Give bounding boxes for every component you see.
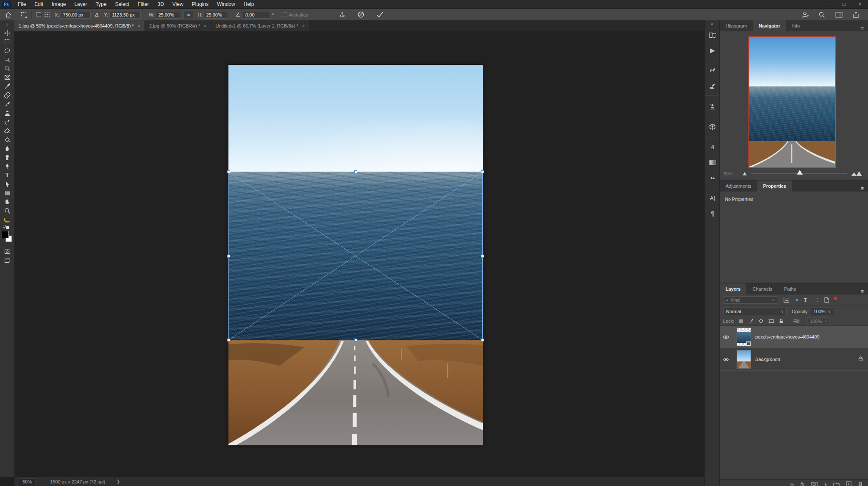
tab-channels[interactable]: Channels — [746, 283, 778, 294]
ocean-layer-image[interactable] — [228, 172, 483, 340]
menu-file[interactable]: File — [14, 0, 30, 8]
menu-plugins[interactable]: Plugins — [188, 0, 213, 8]
close-button[interactable]: × — [852, 0, 868, 8]
filter-pixel-layers-icon[interactable] — [783, 297, 790, 303]
blur-tool[interactable] — [0, 144, 14, 153]
menu-image[interactable]: Image — [47, 0, 70, 8]
clone-stamp-tool[interactable] — [0, 108, 14, 117]
toolbar-collapse-icon[interactable]: » — [0, 20, 14, 28]
link-layers-icon[interactable]: ∞ — [790, 481, 794, 486]
y-position-field[interactable]: 1123.50 px — [109, 11, 141, 19]
reference-point-locator-icon[interactable] — [45, 12, 50, 18]
new-layer-icon[interactable] — [846, 481, 851, 486]
layer-row-background[interactable]: Background — [720, 348, 868, 371]
character-panel-button[interactable]: A| — [705, 190, 720, 206]
actions-panel-button[interactable]: ▶ — [705, 43, 720, 58]
visibility-toggle[interactable] — [720, 348, 732, 371]
tab-close-icon[interactable]: × — [138, 23, 140, 28]
object-selection-tool[interactable] — [0, 55, 14, 64]
tab-properties[interactable]: Properties — [757, 181, 792, 192]
layer-name[interactable]: pexels-enrique-hoyos-4604409 — [755, 334, 820, 339]
add-mask-icon[interactable] — [811, 482, 818, 486]
eyedropper-tool[interactable] — [0, 82, 14, 91]
lock-position-icon[interactable] — [758, 318, 764, 324]
brush-tool[interactable] — [0, 100, 14, 108]
navigator-zoom-slider[interactable] — [751, 173, 847, 174]
document-tab-1[interactable]: 1.jpg @ 50% (pexels-enrique-hoyos-460440… — [14, 20, 145, 31]
dock-expand-icon[interactable]: « — [705, 20, 719, 28]
home-icon[interactable] — [3, 10, 13, 19]
cancel-transform-icon[interactable] — [356, 10, 366, 19]
lock-transparency-icon[interactable]: ▦ — [739, 318, 743, 324]
tab-adjustments[interactable]: Adjustments — [720, 181, 757, 192]
quick-mask-button[interactable] — [0, 247, 14, 256]
visibility-toggle[interactable] — [720, 326, 732, 348]
brush-settings-panel-button[interactable] — [705, 63, 720, 78]
layer-thumbnail[interactable] — [737, 328, 751, 346]
patterns-panel-button[interactable] — [705, 170, 720, 185]
tab-close-icon[interactable]: × — [302, 23, 305, 28]
panel-menu-icon[interactable]: ≡ — [860, 185, 868, 192]
menu-3d[interactable]: 3D — [153, 0, 168, 8]
filter-smart-objects-icon[interactable] — [824, 297, 829, 303]
filter-shape-layers-icon[interactable] — [812, 297, 818, 303]
document-canvas[interactable] — [228, 65, 483, 445]
3d-panel-button[interactable] — [705, 119, 720, 134]
menu-layer[interactable]: Layer — [70, 0, 91, 8]
tab-layers[interactable]: Layers — [720, 283, 746, 294]
layer-filter-kind-select[interactable]: ⌕ Kind ∨ — [723, 296, 777, 304]
gradients-panel-button[interactable] — [705, 155, 720, 170]
rotation-field[interactable]: 0.00 — [243, 11, 271, 19]
path-selection-tool[interactable] — [0, 180, 14, 189]
lock-pixels-icon[interactable] — [748, 318, 754, 324]
foreground-color-swatch[interactable] — [2, 231, 9, 238]
document-tab-3[interactable]: Untitled-1 @ 66.7% (Layer 1, RGB/8#) * × — [211, 20, 310, 31]
filter-adjustment-layers-icon[interactable]: ◑ — [795, 297, 798, 303]
tab-navigator[interactable]: Navigator — [753, 20, 786, 31]
delete-layer-icon[interactable] — [858, 481, 863, 486]
crop-tool[interactable] — [0, 64, 14, 73]
tab-close-icon[interactable]: × — [204, 23, 206, 28]
brushes-panel-button[interactable] — [705, 78, 720, 94]
share-icon[interactable] — [851, 10, 860, 19]
menu-select[interactable]: Select — [111, 0, 133, 8]
lasso-tool[interactable] — [0, 46, 14, 55]
reference-point-checkbox[interactable] — [36, 12, 41, 17]
menu-window[interactable]: Window — [213, 0, 239, 8]
banana-tool[interactable] — [0, 215, 14, 224]
document-tab-2[interactable]: 2.jpg @ 50% (RGB/8#) * × — [145, 20, 211, 31]
commit-transform-icon[interactable] — [375, 10, 384, 19]
search-icon[interactable] — [817, 10, 826, 19]
zoom-tool[interactable] — [0, 206, 14, 215]
layer-row-pexels[interactable]: pexels-enrique-hoyos-4604409 — [720, 326, 868, 348]
navigator-zoom-value[interactable]: 50% — [724, 172, 737, 176]
panel-menu-icon[interactable]: ≡ — [860, 288, 868, 294]
lock-artboard-icon[interactable] — [768, 319, 774, 324]
hand-tool[interactable] — [0, 197, 14, 206]
screen-mode-button[interactable] — [0, 256, 14, 265]
history-brush-tool[interactable] — [0, 117, 14, 126]
filter-type-layers-icon[interactable]: T — [804, 297, 807, 303]
menu-edit[interactable]: Edit — [30, 0, 47, 8]
account-icon[interactable] — [800, 10, 810, 19]
zoom-out-icon[interactable] — [743, 172, 747, 175]
clone-source-panel-button[interactable] — [705, 99, 720, 114]
menu-help[interactable]: Help — [239, 0, 259, 8]
opacity-value-field[interactable]: 100% ∨ — [811, 308, 833, 315]
rectangular-marquee-tool[interactable] — [0, 37, 14, 46]
layer-name[interactable]: Background — [755, 357, 780, 362]
zoom-in-icon[interactable] — [851, 171, 862, 176]
move-tool[interactable] — [0, 28, 14, 37]
filter-toggle-icon[interactable] — [834, 297, 837, 300]
rectangle-tool[interactable] — [0, 189, 14, 197]
history-panel-button[interactable] — [705, 28, 720, 43]
layer-effects-icon[interactable]: fx — [800, 481, 804, 486]
zoom-slider-thumb[interactable] — [797, 170, 803, 175]
lock-all-icon[interactable] — [779, 318, 784, 324]
tab-paths[interactable]: Paths — [778, 283, 802, 294]
type-tool[interactable]: T — [0, 171, 14, 180]
warp-mode-icon[interactable] — [338, 10, 347, 19]
new-adjustment-layer-icon[interactable]: ◑ — [824, 481, 827, 486]
status-zoom-field[interactable]: 50% — [19, 478, 36, 485]
maintain-aspect-ratio-button[interactable]: ∞ — [183, 11, 193, 19]
